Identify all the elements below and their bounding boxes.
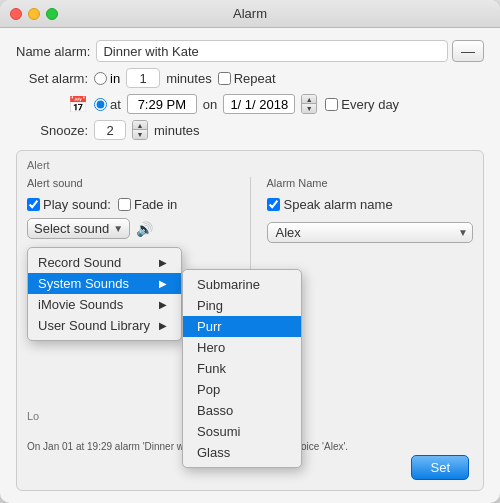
play-sound-row: Play sound: Fade in: [27, 197, 234, 212]
user-sound-label: User Sound Library: [38, 318, 150, 333]
alarm-window: Alarm Name alarm: — Set alarm: in minute…: [0, 0, 500, 503]
maximize-button[interactable]: [46, 8, 58, 20]
alert-left: Alert sound Play sound: Fade in Select s…: [27, 177, 234, 423]
select-sound-button[interactable]: Select sound ▼: [27, 218, 130, 239]
submenu-item-ping[interactable]: Ping: [183, 295, 301, 316]
in-radio[interactable]: [94, 72, 107, 85]
set-alarm-row-at: 📅 at on ▲ ▼ Every day: [16, 94, 484, 114]
alert-section-title: Alert: [27, 159, 473, 171]
date-down[interactable]: ▼: [302, 104, 316, 113]
calendar-icon[interactable]: 📅: [16, 95, 88, 114]
imovie-sounds-arrow: ▶: [159, 299, 167, 310]
record-sound-label: Record Sound: [38, 255, 121, 270]
every-day-checkbox[interactable]: [325, 98, 338, 111]
imovie-sounds-item[interactable]: iMovie Sounds ▶: [28, 294, 181, 315]
set-alarm-row-in: Set alarm: in minutes Repeat: [16, 68, 484, 88]
submenu-item-basso[interactable]: Basso: [183, 400, 301, 421]
time-input[interactable]: [127, 94, 197, 114]
sound-menu: Record Sound ▶ System Sounds ▶ iMovie So…: [27, 247, 182, 341]
play-sound-checkbox[interactable]: [27, 198, 40, 211]
name-alarm-label: Name alarm:: [16, 44, 90, 59]
alert-inner: Alert sound Play sound: Fade in Select s…: [27, 177, 473, 423]
submenu-item-glass[interactable]: Glass: [183, 442, 301, 463]
lo-label: Lo: [27, 410, 39, 422]
voice-dropdown[interactable]: Alex ▼: [267, 222, 474, 243]
snooze-input[interactable]: [94, 120, 126, 140]
system-sounds-arrow: ▶: [159, 278, 167, 289]
voice-dropdown-arrow: ▼: [458, 227, 468, 238]
fade-in-checkbox[interactable]: [118, 198, 131, 211]
window-controls: [10, 8, 58, 20]
volume-icon: 🔊: [136, 221, 153, 237]
set-button[interactable]: Set: [411, 455, 469, 480]
imovie-sounds-label: iMovie Sounds: [38, 297, 123, 312]
select-sound-label: Select sound: [34, 221, 109, 236]
select-sound-arrow: ▼: [113, 223, 123, 234]
in-minutes-input[interactable]: [126, 68, 160, 88]
in-label: in: [110, 71, 120, 86]
snooze-up[interactable]: ▲: [133, 121, 147, 130]
in-radio-label[interactable]: in: [94, 71, 120, 86]
snooze-label: Snooze:: [16, 123, 88, 138]
at-radio-label[interactable]: at: [94, 97, 121, 112]
speak-row: Speak alarm name: [267, 197, 474, 212]
date-up[interactable]: ▲: [302, 95, 316, 104]
window-title: Alarm: [233, 6, 267, 21]
every-day-label: Every day: [341, 97, 399, 112]
speak-alarm-label: Speak alarm name: [284, 197, 393, 212]
record-sound-arrow: ▶: [159, 257, 167, 268]
on-label: on: [203, 97, 217, 112]
name-alarm-input[interactable]: [96, 40, 448, 62]
alert-section: Alert Alert sound Play sound: Fade in Se…: [16, 150, 484, 491]
fade-in-label: Fade in: [134, 197, 177, 212]
name-alarm-row: Name alarm: —: [16, 40, 484, 62]
minutes-label: minutes: [166, 71, 212, 86]
snooze-down[interactable]: ▼: [133, 130, 147, 139]
system-sounds-item[interactable]: System Sounds ▶: [28, 273, 181, 294]
alarm-name-label: Alarm Name: [267, 177, 474, 189]
play-sound-label: Play sound:: [43, 197, 111, 212]
alert-sound-label: Alert sound: [27, 177, 234, 189]
speak-alarm-checkbox[interactable]: [267, 198, 280, 211]
submenu-item-hero[interactable]: Hero: [183, 337, 301, 358]
user-sound-item[interactable]: User Sound Library ▶: [28, 315, 181, 336]
voice-value: Alex: [276, 225, 459, 240]
system-sounds-label: System Sounds: [38, 276, 129, 291]
snooze-row: Snooze: ▲ ▼ minutes: [16, 120, 484, 140]
system-sounds-submenu: SubmarinePingPurrHeroFunkPopBassoSosumiG…: [182, 269, 302, 468]
submenu-item-submarine[interactable]: Submarine: [183, 274, 301, 295]
repeat-label: Repeat: [234, 71, 276, 86]
dash-button[interactable]: —: [452, 40, 484, 62]
main-content: Name alarm: — Set alarm: in minutes Repe…: [0, 28, 500, 503]
at-label: at: [110, 97, 121, 112]
snooze-minutes-label: minutes: [154, 123, 200, 138]
snooze-stepper[interactable]: ▲ ▼: [132, 120, 148, 140]
minimize-button[interactable]: [28, 8, 40, 20]
submenu-item-purr[interactable]: Purr: [183, 316, 301, 337]
record-sound-item[interactable]: Record Sound ▶: [28, 252, 181, 273]
at-radio[interactable]: [94, 98, 107, 111]
close-button[interactable]: [10, 8, 22, 20]
submenu-item-funk[interactable]: Funk: [183, 358, 301, 379]
title-bar: Alarm: [0, 0, 500, 28]
submenu-item-pop[interactable]: Pop: [183, 379, 301, 400]
repeat-checkbox[interactable]: [218, 72, 231, 85]
date-input[interactable]: [223, 94, 295, 114]
submenu-item-sosumi[interactable]: Sosumi: [183, 421, 301, 442]
user-sound-arrow: ▶: [159, 320, 167, 331]
select-sound-row: Select sound ▼ 🔊: [27, 218, 234, 239]
set-alarm-label: Set alarm:: [16, 71, 88, 86]
date-stepper[interactable]: ▲ ▼: [301, 94, 317, 114]
